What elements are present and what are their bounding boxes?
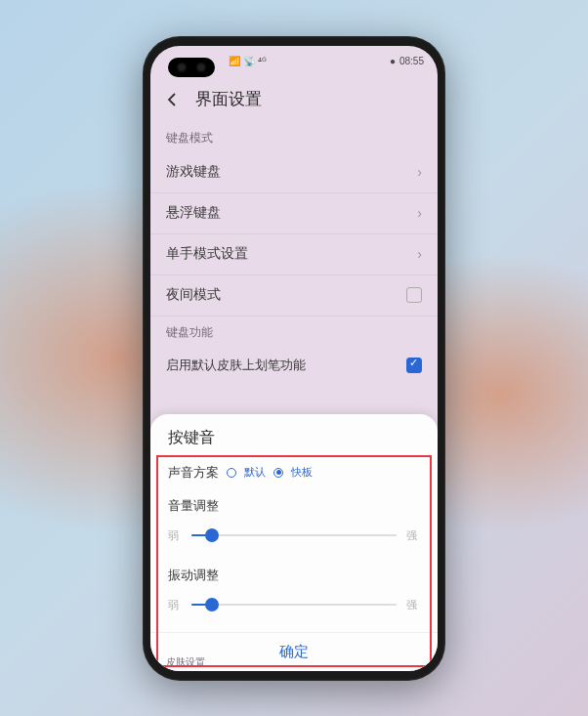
vibration-section: 振动调整 弱 强	[150, 557, 438, 626]
vibration-title: 振动调整	[168, 567, 420, 584]
radio-default[interactable]	[227, 468, 236, 478]
status-time: 08:55	[399, 56, 424, 66]
volume-max-label: 强	[406, 528, 420, 543]
list-item-game-keyboard[interactable]: 游戏键盘 ›	[150, 152, 438, 193]
vibration-min-label: 弱	[168, 598, 182, 612]
list-item-one-hand-mode[interactable]: 单手模式设置 ›	[150, 234, 438, 275]
chevron-right-icon: ›	[417, 205, 422, 221]
page-title: 界面设置	[195, 88, 262, 110]
chevron-right-icon: ›	[417, 164, 422, 180]
settings-list: 键盘模式 游戏键盘 › 悬浮键盘 › 单手模式设置 › 夜间模式 键盘功能 启用…	[150, 122, 438, 378]
volume-slider-thumb[interactable]	[205, 528, 219, 542]
section-header-keyboard-mode: 键盘模式	[150, 122, 438, 152]
list-item-label: 游戏键盘	[166, 163, 221, 181]
checkbox-night-mode[interactable]	[406, 287, 422, 303]
network-type: ⁴ᴳ	[258, 56, 267, 66]
vibration-slider-thumb[interactable]	[205, 598, 219, 611]
screen: 📶 📡 ⁴ᴳ ● 08:55 界面设置 键盘模式 游戏键盘 › 悬浮键盘 ›	[150, 46, 438, 671]
signal-icon: 📶	[229, 56, 240, 66]
chevron-right-icon: ›	[417, 246, 422, 262]
section-header-keyboard-function: 键盘功能	[150, 316, 438, 347]
list-item-label: 夜间模式	[166, 286, 221, 304]
sound-scheme-label: 声音方案	[168, 464, 219, 482]
list-item-night-mode[interactable]: 夜间模式	[150, 275, 438, 316]
list-item-label: 单手模式设置	[166, 245, 248, 263]
bottom-hint-text: 皮肤设置	[166, 655, 205, 669]
vibration-max-label: 强	[406, 598, 420, 612]
phone-frame: 📶 📡 ⁴ᴳ ● 08:55 界面设置 键盘模式 游戏键盘 › 悬浮键盘 ›	[143, 36, 445, 681]
radio-label-kuaiban: 快板	[291, 465, 313, 480]
volume-min-label: 弱	[168, 528, 182, 543]
header-bar: 界面设置	[150, 77, 438, 122]
checkbox-default-skin[interactable]	[406, 358, 422, 373]
list-item-label: 悬浮键盘	[166, 204, 221, 222]
list-item-label: 启用默认皮肤上划笔功能	[166, 357, 306, 374]
list-item-default-skin-swipe[interactable]: 启用默认皮肤上划笔功能	[150, 347, 438, 378]
radio-kuaiban[interactable]	[273, 468, 283, 478]
volume-slider[interactable]	[191, 534, 397, 536]
sound-scheme-row: 声音方案 默认 快板	[150, 458, 438, 487]
key-sound-dialog: 按键音 声音方案 默认 快板 音量调整 弱	[150, 414, 438, 671]
volume-title: 音量调整	[168, 497, 420, 515]
battery-icon: ●	[390, 56, 396, 66]
vibration-slider[interactable]	[191, 604, 397, 606]
volume-section: 音量调整 弱 强	[150, 487, 438, 557]
camera-cutout	[168, 58, 215, 77]
wifi-icon: 📡	[243, 56, 255, 66]
radio-label-default: 默认	[244, 465, 266, 480]
back-button[interactable]	[164, 91, 182, 108]
dialog-title: 按键音	[150, 428, 438, 458]
list-item-floating-keyboard[interactable]: 悬浮键盘 ›	[150, 193, 438, 234]
